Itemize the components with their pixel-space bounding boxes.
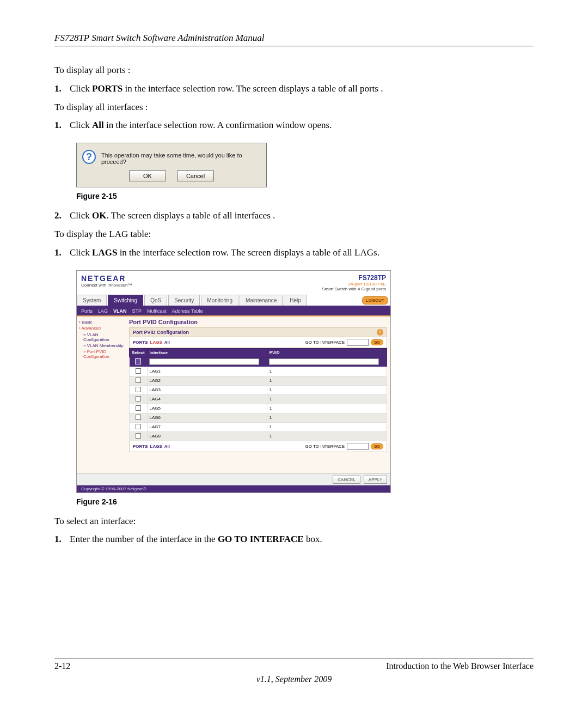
cancel-button[interactable]: CANCEL: [333, 476, 360, 484]
table-row: LAG81: [130, 431, 387, 441]
list-item: 1. Click PORTS in the interface selectio…: [54, 82, 534, 95]
filter-lags-bottom[interactable]: LAGS: [150, 444, 162, 449]
row-checkbox[interactable]: [136, 378, 141, 383]
list-text: Click OK. The screen displays a table of…: [70, 209, 534, 222]
cell-interface: LAG3: [147, 385, 267, 394]
dialog-text: This operation may take some time, would…: [101, 150, 261, 165]
col-interface: Interface: [147, 348, 267, 357]
table-row: LAG51: [130, 404, 387, 413]
pvid-filter-input[interactable]: [269, 358, 379, 365]
cell-pvid: 1: [267, 385, 387, 394]
tab-switching[interactable]: Switching: [108, 295, 143, 306]
brand-tagline: Connect with Innovation™: [81, 283, 132, 288]
figure-screenshot: NETGEAR Connect with Innovation™ FS728TP…: [76, 270, 391, 493]
pvid-table: Select Interface PVID LAG11LAG21LAG31LAG…: [129, 348, 387, 441]
chapter-title: Introduction to the Web Browser Interfac…: [386, 661, 534, 671]
list-number: 1.: [54, 533, 70, 546]
list-number: 2.: [54, 209, 70, 222]
copyright: Copyright © 1996-2007 Netgear®: [77, 485, 390, 492]
row-checkbox[interactable]: [136, 424, 141, 429]
cell-pvid: 1: [267, 376, 387, 385]
text: To display the LAG table:: [54, 228, 534, 241]
version: v1.1, September 2009: [54, 674, 534, 684]
cell-pvid: 1: [267, 367, 387, 376]
subtab-vlan[interactable]: VLAN: [113, 308, 127, 314]
cell-interface: LAG1: [147, 367, 267, 376]
panel-title: Port PVID Configuration: [129, 319, 387, 325]
figure-caption: Figure 2-16: [76, 497, 534, 506]
apply-button[interactable]: APPLY: [364, 476, 387, 484]
interface-filter-input[interactable]: [149, 358, 259, 365]
main-panel: Port PVID Configuration Port PVID Config…: [127, 317, 390, 473]
panel-header: Port PVID Configuration ?: [129, 327, 387, 337]
cell-interface: LAG6: [147, 413, 267, 422]
list-text: Enter the number of the interface in the…: [70, 533, 534, 546]
tab-monitoring[interactable]: Monitoring: [201, 295, 238, 306]
list-number: 1.: [54, 82, 70, 95]
cell-pvid: 1: [267, 422, 387, 431]
sidebar: Basic Advanced » VLAN Configuration » VL…: [77, 317, 127, 473]
tab-system[interactable]: System: [77, 295, 107, 306]
tab-security[interactable]: Security: [168, 295, 200, 306]
subtab-ports[interactable]: Ports: [81, 308, 93, 314]
row-checkbox[interactable]: [136, 405, 141, 411]
go-button[interactable]: GO: [371, 339, 383, 345]
row-checkbox[interactable]: [136, 387, 141, 392]
page-footer: 2-12 Introduction to the Web Browser Int…: [54, 659, 534, 684]
filter-ports[interactable]: PORTS: [133, 340, 148, 345]
cell-pvid: 1: [267, 413, 387, 422]
list-text: Click LAGS in the interface selection ro…: [70, 246, 534, 259]
cell-pvid: 1: [267, 431, 387, 441]
sidebar-item-port-pvid[interactable]: » Port PVID Configuration: [79, 349, 125, 360]
sidebar-basic[interactable]: Basic: [79, 320, 125, 325]
list-item: 2. Click OK. The screen displays a table…: [54, 209, 534, 222]
cell-interface: LAG8: [147, 431, 267, 441]
sub-tabs: Ports LAG VLAN STP Multicast Address Tab…: [77, 307, 390, 315]
table-row: LAG21: [130, 376, 387, 385]
help-icon[interactable]: ?: [377, 329, 383, 336]
col-pvid: PVID: [267, 348, 387, 357]
select-all-checkbox[interactable]: [135, 358, 141, 364]
tab-maintenance[interactable]: Maintenance: [240, 295, 283, 306]
row-checkbox[interactable]: [136, 396, 141, 401]
row-checkbox[interactable]: [136, 368, 141, 374]
list-item: 1. Click All in the interface selection …: [54, 119, 534, 132]
filter-row-top: PORTS LAGS All GO TO INTERFACE GO: [129, 337, 387, 348]
filter-lags[interactable]: LAGS: [150, 340, 162, 345]
filter-all-bottom[interactable]: All: [164, 444, 170, 449]
text: To display all ports :: [54, 64, 534, 77]
list-number: 1.: [54, 119, 70, 132]
sidebar-item-vlan-config[interactable]: » VLAN Configuration: [79, 332, 125, 343]
subtab-multicast[interactable]: Multicast: [147, 308, 167, 314]
goto-input[interactable]: [347, 339, 369, 346]
text: To select an interface:: [54, 515, 534, 528]
filter-row-bottom: PORTS LAGS All GO TO INTERFACE GO: [129, 441, 387, 452]
goto-label-bottom: GO TO INTERFACE: [305, 444, 345, 449]
logout-button[interactable]: LOGOUT: [362, 296, 388, 305]
tab-qos[interactable]: QoS: [144, 295, 167, 306]
row-checkbox[interactable]: [136, 433, 141, 439]
subtab-lag[interactable]: LAG: [98, 308, 108, 314]
subtab-address-table[interactable]: Address Table: [172, 308, 203, 314]
action-bar: CANCEL APPLY: [77, 473, 390, 485]
col-select: Select: [130, 348, 148, 357]
text: To display all interfaces :: [54, 101, 534, 114]
sidebar-advanced[interactable]: Advanced: [79, 326, 125, 331]
subtab-stp[interactable]: STP: [132, 308, 142, 314]
main-tabs: System Switching QoS Security Monitoring…: [77, 295, 390, 307]
brand-logo: NETGEAR: [81, 274, 132, 283]
filter-ports-bottom[interactable]: PORTS: [133, 444, 148, 449]
row-checkbox[interactable]: [136, 415, 141, 420]
cell-interface: LAG4: [147, 394, 267, 404]
goto-input-bottom[interactable]: [347, 443, 369, 450]
ok-button[interactable]: OK: [129, 171, 166, 181]
table-row: LAG31: [130, 385, 387, 394]
go-button-bottom[interactable]: GO: [371, 443, 383, 449]
table-row: LAG71: [130, 422, 387, 431]
cancel-button[interactable]: Cancel: [177, 171, 214, 181]
page-header: FS728TP Smart Switch Software Administra…: [54, 33, 534, 46]
tab-help[interactable]: Help: [284, 295, 307, 306]
filter-all[interactable]: All: [164, 340, 170, 345]
sidebar-item-vlan-membership[interactable]: » VLAN Membership: [79, 343, 125, 349]
cell-interface: LAG7: [147, 422, 267, 431]
